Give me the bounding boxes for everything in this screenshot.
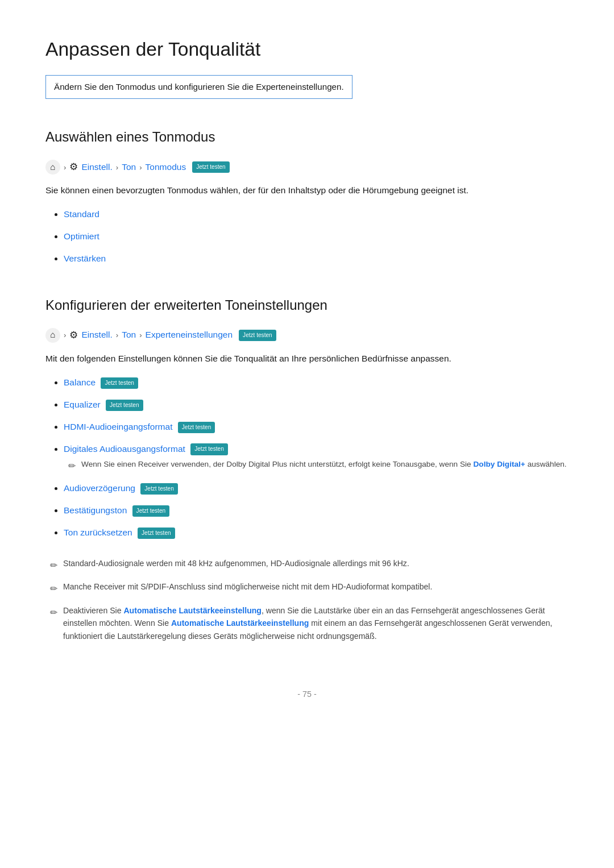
note-dolby-text: Wenn Sie einen Receiver verwenden, der D… xyxy=(81,458,567,471)
tonmodus-list: Standard Optimiert Verstärken xyxy=(45,207,569,265)
chevron-icon-6: › xyxy=(139,329,142,341)
note-2-text: Manche Receiver mit S/PDIF-Anschluss sin… xyxy=(63,580,432,593)
nav-einstell-1[interactable]: Einstell. xyxy=(81,160,112,175)
link-auto-lautstarke-2[interactable]: Automatische Lautstärkeeinstellung xyxy=(171,618,309,628)
link-balance[interactable]: Balance xyxy=(64,377,96,387)
note-pencil-icon-2: ✏ xyxy=(50,558,57,573)
link-dolby-digital[interactable]: Dolby Digital+ xyxy=(474,460,525,468)
settings-icon-2: ⚙ xyxy=(69,327,78,343)
chevron-icon-4: › xyxy=(64,329,66,341)
note-1-text: Standard-Audiosignale werden mit 48 kHz … xyxy=(63,557,409,570)
chevron-icon-1: › xyxy=(64,161,66,173)
list-item: Audioverzögerung Jetzt testen xyxy=(64,481,569,496)
chevron-icon-5: › xyxy=(116,329,118,341)
nav-path-1: ⌂ › ⚙ Einstell. › Ton › Tonmodus Jetzt t… xyxy=(45,159,569,175)
nav-path-2: ⌂ › ⚙ Einstell. › Ton › Experteneinstell… xyxy=(45,327,569,343)
list-item: Equalizer Jetzt testen xyxy=(64,398,569,412)
subtitle-text: Ändern Sie den Tonmodus und konfiguriere… xyxy=(54,82,344,92)
page-title: Anpassen der Tonqualität xyxy=(45,34,569,65)
list-item: HDMI-Audioeingangsformat Jetzt testen xyxy=(64,420,569,434)
link-verstaerken[interactable]: Verstärken xyxy=(64,254,106,263)
badge-ton-zuruecksetzen[interactable]: Jetzt testen xyxy=(138,528,175,539)
page-footer: - 75 - xyxy=(45,676,569,701)
nav-ton-2[interactable]: Ton xyxy=(122,328,136,342)
home-icon-2: ⌂ xyxy=(45,328,60,343)
experteneinstellungen-list: Balance Jetzt testen Equalizer Jetzt tes… xyxy=(45,376,569,540)
home-icon: ⌂ xyxy=(45,160,60,175)
link-optimiert[interactable]: Optimiert xyxy=(64,231,99,241)
chevron-icon-2: › xyxy=(116,161,118,173)
link-ton-zuruecksetzen[interactable]: Ton zurücksetzen xyxy=(64,528,132,537)
section2-description: Mit den folgenden Einstellungen können S… xyxy=(45,351,569,366)
list-item: Digitales Audioausgangsformat Jetzt test… xyxy=(64,442,569,474)
list-item: Verstärken xyxy=(64,252,569,266)
link-standard[interactable]: Standard xyxy=(64,209,99,219)
link-bestaetigungston[interactable]: Bestätigungston xyxy=(64,505,127,515)
link-equalizer[interactable]: Equalizer xyxy=(64,400,101,409)
list-item: Optimiert xyxy=(64,230,569,244)
section1-description: Sie können einen bevorzugten Tonmodus wä… xyxy=(45,183,569,198)
section2-heading: Konfigurieren der erweiterten Toneinstel… xyxy=(45,294,569,316)
note-pencil-icon-3: ✏ xyxy=(50,582,57,596)
note-dolby-text-suffix: auswählen. xyxy=(525,460,567,468)
note-dolby-text-before: Wenn Sie einen Receiver verwenden, der D… xyxy=(81,460,474,468)
section-tonmodus: Auswählen eines Tonmodus ⌂ › ⚙ Einstell.… xyxy=(45,126,569,266)
link-auto-lautstarke-1[interactable]: Automatische Lautstärkeeinstellung xyxy=(123,606,262,615)
note-dolby: ✏ Wenn Sie einen Receiver verwenden, der… xyxy=(64,458,569,474)
list-item: Ton zurücksetzen Jetzt testen xyxy=(64,526,569,540)
badge-digitales-audio[interactable]: Jetzt testen xyxy=(190,443,228,455)
subtitle-box: Ändern Sie den Tonmodus und konfiguriere… xyxy=(45,75,352,99)
badge-audioverszogerung[interactable]: Jetzt testen xyxy=(140,483,178,495)
note-1: ✏ Standard-Audiosignale werden mit 48 kH… xyxy=(45,557,569,573)
page-number: - 75 - xyxy=(297,690,317,699)
list-item: Standard xyxy=(64,207,569,222)
note-3-text: Deaktivieren Sie Automatische Lautstärke… xyxy=(63,604,569,643)
nav-tonmodus[interactable]: Tonmodus xyxy=(146,160,186,175)
link-hdmi[interactable]: HDMI-Audioeingangsformat xyxy=(64,422,172,431)
chevron-icon-3: › xyxy=(139,161,142,173)
list-item: Bestätigungston Jetzt testen xyxy=(64,504,569,518)
badge-balance[interactable]: Jetzt testen xyxy=(101,377,138,389)
badge-bestaetigungston[interactable]: Jetzt testen xyxy=(132,505,170,517)
section-experteneinstellungen: Konfigurieren der erweiterten Toneinstel… xyxy=(45,294,569,643)
note-3: ✏ Deaktivieren Sie Automatische Lautstär… xyxy=(45,604,569,643)
note-3-text-before: Deaktivieren Sie xyxy=(63,606,123,615)
note-pencil-icon-4: ✏ xyxy=(50,605,57,620)
list-item: Balance Jetzt testen xyxy=(64,376,569,390)
badge-experteneinstellungen[interactable]: Jetzt testen xyxy=(239,330,276,341)
badge-hdmi[interactable]: Jetzt testen xyxy=(178,422,215,433)
badge-tonmodus[interactable]: Jetzt testen xyxy=(192,161,230,173)
nav-ton-1[interactable]: Ton xyxy=(122,160,136,175)
nav-einstell-2[interactable]: Einstell. xyxy=(81,328,112,342)
link-digitales-audio[interactable]: Digitales Audioausgangsformat xyxy=(64,444,185,454)
settings-icon-1: ⚙ xyxy=(69,159,78,175)
nav-experteneinstellungen[interactable]: Experteneinstellungen xyxy=(146,328,233,342)
badge-equalizer[interactable]: Jetzt testen xyxy=(106,400,143,411)
note-pencil-icon-1: ✏ xyxy=(68,459,76,474)
section1-heading: Auswählen eines Tonmodus xyxy=(45,126,569,148)
note-2: ✏ Manche Receiver mit S/PDIF-Anschluss s… xyxy=(45,580,569,596)
link-audioverszogerung[interactable]: Audioverzögerung xyxy=(64,483,135,493)
